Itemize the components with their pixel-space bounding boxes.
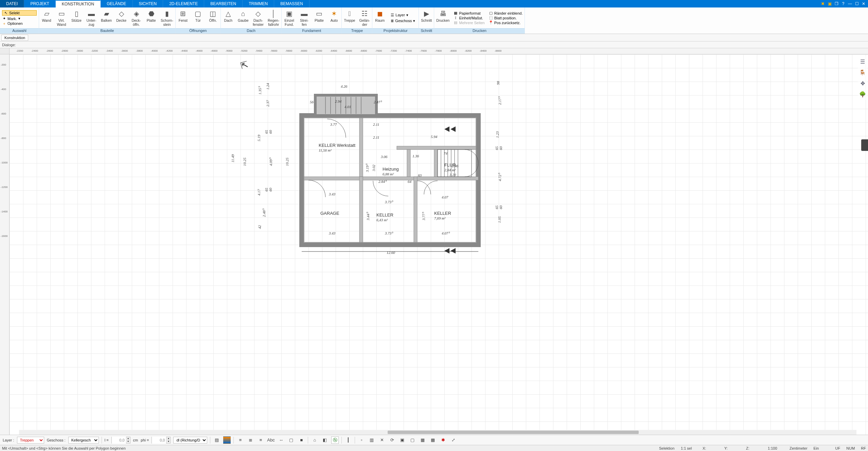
horizontal-scrollbar[interactable] bbox=[19, 430, 856, 435]
phi-input[interactable] bbox=[152, 437, 166, 444]
virt-wand-button[interactable]: ▭Virt. Wand bbox=[54, 7, 69, 28]
tab-projekt[interactable]: PROJEKT bbox=[24, 0, 55, 7]
mark-dropdown[interactable]: ✦Mark. ▾ bbox=[2, 16, 37, 21]
tab-gelaende[interactable]: GELÄNDE bbox=[101, 0, 132, 7]
drucken-button[interactable]: 🖶Drucken bbox=[434, 7, 451, 28]
phi-input-wrap[interactable]: ▲▼ bbox=[152, 437, 171, 444]
horizontal-ruler[interactable]: -2200-2400-2600-2800-3000-3200-3400-3600… bbox=[10, 48, 868, 54]
stuetze-button[interactable]: ▯Stütze bbox=[69, 7, 84, 28]
spin-up-icon[interactable]: ▲ bbox=[166, 437, 170, 440]
window-icon-2[interactable]: ❐ bbox=[833, 1, 839, 7]
treppe-button[interactable]: 𓊍Treppe bbox=[342, 7, 357, 28]
deckoeffn-button[interactable]: ◈Deck- öffn. bbox=[129, 7, 144, 28]
tab-sichten[interactable]: SICHTEN bbox=[133, 0, 163, 7]
tool-icon[interactable]: ✖ bbox=[820, 1, 826, 7]
fund-platte-button[interactable]: ▭Platte bbox=[312, 7, 326, 28]
expand-icon[interactable]: ⤢ bbox=[449, 436, 457, 444]
roof-icon[interactable]: ⌂ bbox=[311, 436, 318, 444]
rect-solid-icon[interactable]: ■ bbox=[298, 436, 305, 444]
einzelfund-button[interactable]: ▣Einzel Fund. bbox=[282, 7, 297, 28]
tree-icon[interactable]: 🌳 bbox=[859, 90, 866, 98]
wand-button[interactable]: ▱Wand bbox=[39, 7, 54, 28]
fund-auto-button[interactable]: ✶Auto bbox=[326, 7, 341, 28]
mode-select[interactable]: dl (Richtung/Di bbox=[173, 437, 207, 444]
align-center-icon[interactable]: ≣ bbox=[247, 436, 254, 444]
tool-color-icon[interactable] bbox=[223, 436, 231, 444]
align-right-icon[interactable]: ≡ bbox=[257, 436, 264, 444]
oeffn-button[interactable]: ◫Öffn. bbox=[206, 7, 220, 28]
north-indicator-icon[interactable]: Ⓝ bbox=[331, 436, 339, 444]
view-3d-icon[interactable]: ▫ bbox=[358, 436, 365, 444]
dim: 3.73⁵ bbox=[385, 231, 393, 236]
mehrere-seiten-button[interactable]: ▤Mehrere Seiten bbox=[454, 21, 484, 25]
schornstein-button[interactable]: ▮Schorn- stein bbox=[159, 7, 175, 28]
unterzug-button[interactable]: ▬Unter- zug bbox=[84, 7, 99, 28]
tab-datei[interactable]: DATEI bbox=[0, 0, 24, 7]
layer-select[interactable]: Treppen bbox=[17, 437, 44, 444]
vertical-ruler[interactable]: -200-400-600-800-1000-1200-1400-1600 bbox=[0, 54, 10, 435]
help-icon[interactable]: ? bbox=[840, 1, 846, 7]
platte-button[interactable]: ⬣Platte bbox=[144, 7, 159, 28]
view-wire-icon[interactable]: ▥ bbox=[368, 436, 375, 444]
minimize-icon[interactable]: — bbox=[847, 1, 853, 7]
grid-icon[interactable]: ▩ bbox=[429, 436, 437, 444]
text-label-icon[interactable]: Abc bbox=[267, 436, 274, 444]
selekt-button[interactable]: ↖Selekt bbox=[2, 10, 37, 16]
schnitt-button[interactable]: ▶Schnitt bbox=[419, 7, 434, 28]
einheit-button[interactable]: ⟟Einheit/Maßst. bbox=[454, 16, 484, 20]
layers-panel-icon[interactable]: ☰ bbox=[859, 58, 866, 65]
view-box1-icon[interactable]: ▣ bbox=[398, 436, 406, 444]
tool-guide-icon[interactable]: ▨ bbox=[213, 436, 220, 444]
view-cross-icon[interactable]: ✕ bbox=[378, 436, 386, 444]
l-input-wrap[interactable]: ▲▼ bbox=[111, 437, 130, 444]
layer-dropdown[interactable]: ☰Layer ▾ bbox=[389, 13, 417, 18]
spin-down-icon[interactable]: ▼ bbox=[126, 440, 130, 443]
optionen-button[interactable]: ＋Optionen bbox=[2, 21, 37, 25]
tab-konstruktion[interactable]: KONSTRUKTION bbox=[56, 0, 101, 7]
balken-button[interactable]: ▰Balken bbox=[99, 7, 114, 28]
tuer-button[interactable]: ▢Tür bbox=[191, 7, 206, 28]
view-refresh-icon[interactable]: ⟳ bbox=[388, 436, 396, 444]
dim-horiz-icon[interactable]: ↔ bbox=[277, 436, 285, 444]
gaube-button[interactable]: ⌂Gaube bbox=[236, 7, 251, 28]
tab-2d-elemente[interactable]: 2D-ELEMENTE bbox=[163, 0, 204, 7]
margins-icon: ▢ bbox=[489, 11, 493, 15]
furniture-icon[interactable]: 🪑 bbox=[859, 69, 866, 76]
geschoss-select[interactable]: Kellergesch bbox=[68, 437, 99, 444]
decke-button[interactable]: ◇Decke bbox=[114, 7, 129, 28]
spin-up-icon[interactable]: ▲ bbox=[126, 437, 130, 440]
tab-trimmen[interactable]: TRIMMEN bbox=[243, 0, 274, 7]
window-icon-1[interactable]: ▣ bbox=[827, 1, 833, 7]
raum-button[interactable]: ◼Raum bbox=[372, 7, 387, 28]
marker-icon[interactable]: ┃ bbox=[344, 436, 352, 444]
dim: 60 bbox=[499, 146, 503, 150]
pos-reset-button[interactable]: 📍Pos zurücksetz. bbox=[489, 21, 523, 25]
overlay-icon[interactable]: ◧ bbox=[321, 436, 329, 444]
gelaender-button[interactable]: ☷Gelän- der bbox=[357, 7, 372, 28]
dachfenster-button[interactable]: ◇Dach- fenster bbox=[251, 7, 266, 28]
group-label-dach: Dach bbox=[221, 28, 282, 34]
l-input[interactable] bbox=[112, 437, 126, 444]
rect-empty-icon[interactable]: ▢ bbox=[287, 436, 295, 444]
regenfallrohr-button[interactable]: │Regen- fallrohr bbox=[266, 7, 281, 28]
raender-button[interactable]: ▢Ränder einblend. bbox=[489, 11, 523, 15]
spin-down-icon[interactable]: ▼ bbox=[166, 440, 170, 443]
geschoss-dropdown[interactable]: ≣Geschoss ▾ bbox=[389, 18, 417, 23]
papierformat-button[interactable]: ▦Papierformat bbox=[454, 11, 484, 15]
view-box3-icon[interactable]: ▦ bbox=[419, 436, 426, 444]
align-left-icon[interactable]: ≡ bbox=[236, 436, 244, 444]
tab-bearbeiten[interactable]: BEARBEITEN bbox=[204, 0, 243, 7]
navigate-icon[interactable]: ✥ bbox=[859, 80, 866, 87]
blatt-pos-button[interactable]: ⬚Blatt position. bbox=[489, 16, 523, 20]
breadcrumb[interactable]: Konstruktion bbox=[1, 35, 28, 41]
side-tab[interactable] bbox=[861, 139, 868, 151]
warning-icon[interactable]: ✱ bbox=[439, 436, 447, 444]
dach-button[interactable]: △Dach bbox=[221, 7, 236, 28]
fenster-button[interactable]: ⊞Fenst bbox=[176, 7, 191, 28]
tab-bemassen[interactable]: BEMASSEN bbox=[274, 0, 309, 7]
view-box2-icon[interactable]: ▢ bbox=[409, 436, 416, 444]
maximize-icon[interactable]: ☐ bbox=[854, 1, 860, 7]
close-icon[interactable]: ✕ bbox=[861, 1, 867, 7]
streifen-button[interactable]: ▬Strei- fen bbox=[297, 7, 312, 28]
drawing-canvas[interactable]: ⇱ bbox=[10, 54, 868, 435]
